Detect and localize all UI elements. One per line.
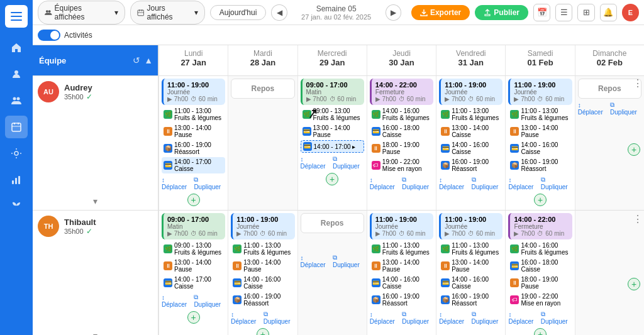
prev-week-btn[interactable]: ◀ — [271, 4, 287, 21]
sidebar-logo[interactable] — [5, 5, 28, 28]
sidebar-home-icon[interactable] — [5, 36, 28, 59]
duplicate-btn[interactable]: ⧉ Dupliquer — [194, 294, 225, 308]
employee-row-thibault: TH Thibault 35h00 ✓ ▾ 09:00 - 17:00 Mati… — [33, 211, 644, 335]
shift-thibault-sun: + ⋮ — [575, 211, 644, 335]
subheader: Activités — [33, 25, 644, 45]
emp-hours-thibault: 35h00 ✓ — [64, 227, 96, 236]
publish-btn[interactable]: Publier — [475, 5, 528, 20]
content-scroll: AU Audrey 35h00 ✓ ▾ 11:00 - 19:00 Journé… — [33, 76, 644, 335]
days-filter-btn[interactable]: Jours affichés ▾ — [130, 1, 205, 25]
task-list-thibault-thu: 🌿 11:00 - 13:00 Fruits & légumes ⏸ 13:00… — [370, 241, 433, 308]
list-icon-btn[interactable]: ☰ — [555, 4, 572, 21]
duplicate-btn[interactable]: ⧉ Dupliquer — [472, 176, 503, 190]
add-shift-btn-thibault-sun[interactable]: + — [628, 278, 640, 290]
shift-block-audrey-wed[interactable]: 09:00 - 17:00 Matin ▶ 7h00⏱ 60 min — [301, 79, 364, 105]
move-btn[interactable]: ↕ Déplacer — [508, 177, 536, 190]
add-task-btn-audrey-sat[interactable]: + — [534, 194, 547, 206]
task-item: ⏸ 13:00 - 14:00 Pause — [508, 123, 572, 140]
duplicate-btn[interactable]: ⧉ Dupliquer — [333, 155, 364, 170]
today-btn[interactable]: Aujourd'hui — [210, 5, 267, 20]
add-task-btn-audrey-mon[interactable]: + — [187, 194, 200, 206]
shift-block-audrey-thu[interactable]: 14:00 - 22:00 Fermeture ▶ 7h00⏱ 60 min — [370, 79, 433, 105]
shift-block-thibault-mon[interactable]: 09:00 - 17:00 Matin ▶ 7h00⏱ 60 min — [162, 213, 225, 239]
sidebar-user-icon[interactable] — [5, 63, 28, 85]
activities-toggle-switch[interactable] — [38, 30, 60, 41]
duplicate-btn[interactable]: ⧉ Dupliquer — [264, 310, 295, 325]
add-shift-btn-audrey-sun[interactable]: + — [628, 143, 640, 156]
day-header-sat: Samedi 01 Feb — [505, 45, 574, 75]
move-btn[interactable]: ↕ Déplacer — [578, 101, 606, 116]
move-btn[interactable]: ↕ Déplacer — [439, 311, 467, 325]
grid-icon-btn[interactable]: ⊞ — [577, 4, 594, 21]
export-btn[interactable]: Exporter — [411, 5, 470, 20]
next-week-btn[interactable]: ▶ — [386, 4, 401, 21]
move-btn[interactable]: ↕ Déplacer — [231, 311, 259, 325]
emp-expand-audrey[interactable]: ▾ — [93, 196, 97, 206]
task-caisse-icon: 💳 — [441, 278, 450, 287]
svg-point-15 — [48, 10, 51, 13]
move-btn[interactable]: ↕ Déplacer — [370, 177, 398, 190]
task-item[interactable]: 💳 14:00 - 17:00 ▸ — [301, 140, 364, 153]
move-btn[interactable]: ↕ Déplacer — [301, 255, 329, 268]
duplicate-btn[interactable]: ⧉ Dupliquer — [541, 176, 572, 190]
task-item: 🌿 14:00 - 16:00 Fruits & légumes — [370, 106, 433, 123]
shift-thibault-sat: 14:00 - 22:00 Fermeture ▶ 7h00⏱ 60 min 🌿… — [505, 211, 574, 335]
move-btn[interactable]: ↕ Déplacer — [162, 177, 190, 190]
duplicate-btn[interactable]: ⧉ Dupliquer — [472, 310, 503, 325]
move-btn[interactable]: ↕ Déplacer — [508, 311, 536, 325]
user-avatar[interactable]: E — [622, 4, 639, 21]
duplicate-btn[interactable]: ⧉ Dupliquer — [194, 176, 225, 190]
more-options-audrey-sun[interactable]: ⋮ — [633, 77, 643, 89]
svg-point-10 — [14, 151, 18, 155]
svg-rect-16 — [138, 10, 144, 16]
day-headers-row: Équipe ↺ ▲ Lundi 27 Jan Mardi 28 Jan Mer… — [33, 45, 644, 76]
task-caisse-icon: 💳 — [372, 127, 380, 136]
shift-block-audrey-mon[interactable]: 11:00 - 19:00 Journée ▶ 7h00⏱ 60 min — [162, 79, 225, 105]
task-item: ⏸ 13:00 - 14:00 Caisse — [439, 123, 502, 140]
day-header-wed: Mercredi 29 Jan — [297, 45, 367, 75]
sidebar-settings-icon[interactable] — [5, 142, 28, 165]
emp-avatar-audrey: AU — [38, 81, 59, 102]
task-reassort-icon: 📦 — [164, 144, 172, 153]
repos-block-audrey-sun: Repos — [578, 79, 641, 99]
sidebar-team-icon[interactable] — [5, 89, 28, 112]
shift-block-thibault-tue[interactable]: 11:00 - 19:00 Journée ▶ 7h00⏱ 60 min — [231, 213, 294, 239]
shift-block-thibault-sat[interactable]: 14:00 - 22:00 Fermeture ▶ 7h00⏱ 60 min — [508, 213, 572, 239]
duplicate-btn[interactable]: ⧉ Dupliquer — [610, 101, 641, 116]
calendar-icon-btn[interactable]: 📅 — [533, 4, 550, 21]
task-fruits-icon: 🌿 — [510, 110, 519, 119]
duplicate-btn[interactable]: ⧉ Dupliquer — [402, 176, 433, 190]
shift-block-thibault-thu[interactable]: 11:00 - 19:00 Journée ▶ 7h00⏱ 60 min — [370, 213, 433, 239]
move-btn[interactable]: ↕ Déplacer — [301, 156, 329, 170]
task-item: 🌿 11:00 - 13:00 Fruits & légumes — [370, 241, 433, 257]
duplicate-btn[interactable]: ⧉ Dupliquer — [333, 254, 364, 268]
equipe-collapse-icon[interactable]: ▲ — [144, 55, 153, 65]
move-btn[interactable]: ↕ Déplacer — [162, 294, 190, 308]
bell-icon-btn[interactable]: 🔔 — [600, 4, 617, 21]
duplicate-btn[interactable]: ⧉ Dupliquer — [402, 310, 433, 325]
sidebar-calendar-icon[interactable] — [5, 116, 28, 138]
equipe-refresh-icon[interactable]: ↺ — [133, 55, 140, 65]
more-options-thibault-sun[interactable]: ⋮ — [633, 213, 643, 225]
move-btn[interactable]: ↕ Déplacer — [370, 311, 398, 325]
duplicate-btn[interactable]: ⧉ Dupliquer — [541, 310, 572, 325]
task-fruits-icon: 🌿 — [303, 110, 311, 119]
task-pause-icon: ⏸ — [372, 144, 380, 153]
shift-block-thibault-fri[interactable]: 11:00 - 19:00 Journée ▶ 7h00⏱ 60 min — [439, 213, 502, 239]
add-task-btn-audrey-wed[interactable]: + — [326, 173, 338, 185]
task-reassort2-icon: 📦 — [510, 161, 519, 170]
teams-filter-btn[interactable]: Équipes affichées ▾ — [38, 1, 125, 25]
add-task-btn-thibault-sat[interactable]: + — [534, 328, 547, 335]
task-mise-icon: 🏷 — [372, 161, 380, 170]
add-task-btn-thibault-mon[interactable]: + — [187, 311, 200, 324]
add-task-btn-thibault-tue[interactable]: + — [257, 328, 269, 335]
shift-block-audrey-sat[interactable]: 11:00 - 19:00 Journée ▶ 7h00⏱ 60 min — [508, 79, 572, 105]
task-item[interactable]: 💳 14:00 - 17:00 Caisse — [162, 157, 225, 173]
shift-block-audrey-fri[interactable]: 11:00 - 19:00 Journée ▶ 7h00⏱ 60 min — [439, 79, 502, 105]
sidebar-plant-icon[interactable] — [5, 195, 28, 217]
activities-toggle[interactable]: Activités — [38, 30, 92, 41]
task-item: 📦 16:00 - 19:00 Réassort — [231, 292, 294, 308]
move-btn[interactable]: ↕ Déplacer — [439, 177, 467, 190]
emp-expand-thibault[interactable]: ▾ — [93, 331, 97, 335]
sidebar-chart-icon[interactable] — [5, 168, 28, 191]
